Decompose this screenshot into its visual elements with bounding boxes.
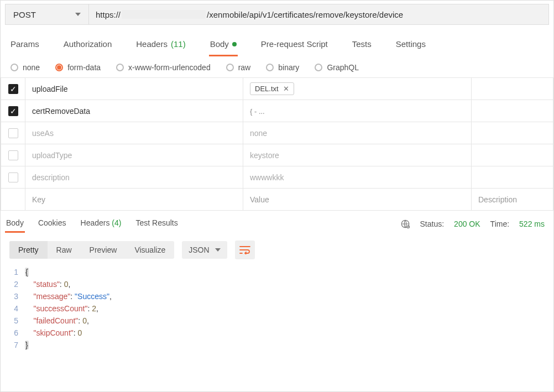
dot-indicator-icon bbox=[232, 42, 237, 46]
row-checkbox[interactable]: ✓ bbox=[8, 128, 18, 138]
row-value[interactable]: { - ... bbox=[250, 107, 265, 116]
response-code-viewer[interactable]: 1{ 2 "status": 0, 3 "message": "Success"… bbox=[1, 263, 553, 351]
tab-label: Settings bbox=[396, 39, 426, 49]
view-pretty-button[interactable]: Pretty bbox=[9, 241, 48, 259]
code-line: "status": 0, bbox=[25, 278, 70, 290]
tab-label: Headers bbox=[136, 39, 168, 49]
tab-label: Pre-request Script bbox=[261, 39, 328, 49]
tab-label: Body bbox=[6, 218, 24, 227]
description-placeholder[interactable]: Description bbox=[478, 195, 517, 204]
table-row: ✓ description wwwwkkk bbox=[1, 166, 553, 189]
code-line: "successCount": 2, bbox=[25, 302, 98, 315]
request-tabs: Params Authorization Headers (11) Body P… bbox=[1, 29, 553, 56]
radio-icon bbox=[116, 64, 124, 71]
tab-label: Headers bbox=[81, 218, 110, 227]
btn-label: Preview bbox=[90, 245, 117, 254]
radio-form-data[interactable]: form-data bbox=[55, 63, 101, 72]
tab-label: Params bbox=[11, 39, 39, 49]
radio-graphql[interactable]: GraphQL bbox=[315, 63, 359, 72]
radio-x-www-form-urlencoded[interactable]: x-www-form-urlencoded bbox=[116, 63, 211, 72]
row-checkbox[interactable]: ✓ bbox=[8, 106, 18, 116]
value-placeholder[interactable]: Value bbox=[250, 195, 269, 204]
btn-label: Raw bbox=[56, 245, 72, 254]
tab-count: (4) bbox=[112, 218, 121, 227]
chevron-down-icon bbox=[75, 13, 81, 16]
radio-label: GraphQL bbox=[327, 63, 359, 72]
close-icon[interactable]: ✕ bbox=[283, 85, 289, 93]
chevron-down-icon bbox=[215, 248, 221, 252]
code-line: "message": "Success", bbox=[25, 290, 112, 302]
tab-label: Authorization bbox=[64, 39, 112, 49]
radio-icon bbox=[55, 64, 63, 71]
table-row: ✓ uploadType keystore bbox=[1, 144, 553, 166]
code-line: "skipCount": 0 bbox=[25, 327, 82, 339]
format-value: JSON bbox=[189, 245, 209, 254]
wrap-icon bbox=[239, 245, 250, 254]
row-value[interactable]: wwwwkkk bbox=[250, 173, 284, 182]
row-key[interactable]: certRemoveData bbox=[32, 107, 90, 116]
tab-count: (11) bbox=[171, 39, 186, 49]
row-checkbox[interactable]: ✓ bbox=[8, 150, 18, 160]
url-prefix: https:// bbox=[96, 10, 121, 19]
line-number: 7 bbox=[1, 339, 25, 351]
tab-headers[interactable]: Headers (11) bbox=[135, 35, 186, 56]
line-number: 6 bbox=[1, 327, 25, 339]
view-mode-segment: Pretty Raw Preview Visualize bbox=[9, 241, 174, 259]
table-row: ✓ useAs none bbox=[1, 122, 553, 144]
response-tab-headers[interactable]: Headers (4) bbox=[80, 215, 123, 233]
tab-body[interactable]: Body bbox=[209, 35, 238, 56]
status-label: Status: bbox=[420, 219, 445, 228]
body-type-radio-group: none form-data x-www-form-urlencoded raw… bbox=[1, 56, 553, 77]
row-value[interactable]: keystore bbox=[250, 151, 279, 160]
tab-label: Tests bbox=[352, 39, 372, 49]
time-label: Time: bbox=[490, 219, 509, 228]
tab-settings[interactable]: Settings bbox=[395, 35, 427, 56]
line-number: 1 bbox=[1, 266, 25, 278]
radio-none[interactable]: none bbox=[11, 63, 40, 72]
url-suffix: /xenmobile/api/v1/certificates/remove/ke… bbox=[207, 10, 403, 19]
row-checkbox[interactable]: ✓ bbox=[8, 84, 18, 94]
view-raw-button[interactable]: Raw bbox=[48, 241, 81, 259]
row-key[interactable]: uploadType bbox=[32, 151, 72, 160]
radio-label: none bbox=[23, 63, 40, 72]
file-name: DEL.txt bbox=[255, 85, 279, 93]
http-method-dropdown[interactable]: POST bbox=[5, 4, 89, 25]
table-row: ✓ certRemoveData { - ... bbox=[1, 100, 553, 122]
btn-label: Pretty bbox=[18, 245, 39, 254]
response-tab-body[interactable]: Body bbox=[5, 215, 25, 233]
btn-label: Visualize bbox=[134, 245, 165, 254]
row-key[interactable]: description bbox=[32, 173, 70, 182]
globe-icon[interactable] bbox=[400, 219, 410, 229]
tab-params[interactable]: Params bbox=[9, 35, 40, 56]
tab-authorization[interactable]: Authorization bbox=[62, 35, 113, 56]
tab-tests[interactable]: Tests bbox=[351, 35, 373, 56]
file-chip[interactable]: DEL.txt ✕ bbox=[250, 82, 294, 95]
radio-binary[interactable]: binary bbox=[266, 63, 299, 72]
response-tab-test-results[interactable]: Test Results bbox=[134, 215, 179, 233]
tab-prerequest[interactable]: Pre-request Script bbox=[260, 35, 329, 56]
view-visualize-button[interactable]: Visualize bbox=[126, 241, 174, 259]
radio-label: form-data bbox=[67, 63, 101, 72]
radio-raw[interactable]: raw bbox=[226, 63, 251, 72]
response-tabs: Body Cookies Headers (4) Test Results bbox=[3, 215, 179, 233]
viewer-toolbar: Pretty Raw Preview Visualize JSON bbox=[1, 235, 553, 263]
line-number: 3 bbox=[1, 290, 25, 302]
radio-icon bbox=[11, 64, 18, 71]
line-number: 5 bbox=[1, 315, 25, 327]
row-value[interactable]: none bbox=[250, 129, 267, 138]
key-placeholder[interactable]: Key bbox=[32, 195, 45, 204]
format-dropdown[interactable]: JSON bbox=[182, 241, 227, 259]
row-key[interactable]: uploadFile bbox=[32, 85, 68, 93]
table-row: ✓ uploadFile DEL.txt ✕ bbox=[1, 78, 553, 100]
table-placeholder-row: Key Value Description bbox=[1, 189, 553, 211]
tab-label: Test Results bbox=[135, 218, 177, 227]
wrap-lines-button[interactable] bbox=[235, 241, 255, 259]
row-key[interactable]: useAs bbox=[32, 129, 54, 138]
radio-icon bbox=[266, 64, 274, 71]
url-input[interactable]: https:// /xenmobile/api/v1/certificates/… bbox=[89, 4, 549, 25]
view-preview-button[interactable]: Preview bbox=[81, 241, 126, 259]
response-tab-cookies[interactable]: Cookies bbox=[37, 215, 67, 233]
radio-label: binary bbox=[278, 63, 299, 72]
line-number: 2 bbox=[1, 278, 25, 290]
row-checkbox[interactable]: ✓ bbox=[8, 173, 18, 182]
